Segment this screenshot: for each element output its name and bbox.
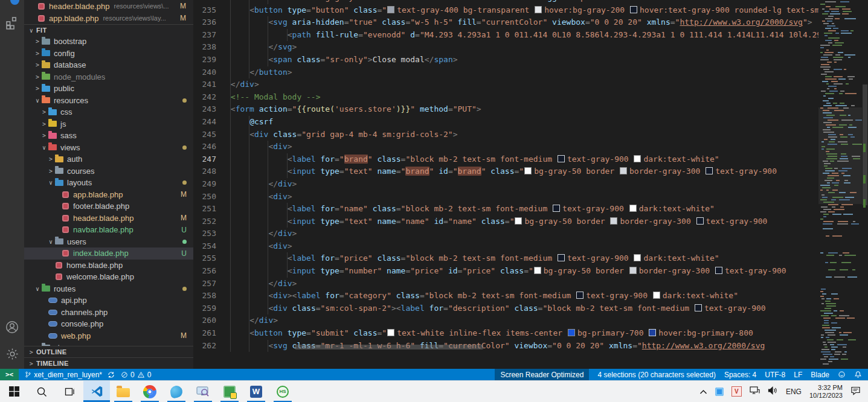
action-center-icon[interactable] <box>850 386 861 398</box>
tree-item-courses[interactable]: >courses <box>24 165 193 177</box>
taskbar-app-chrome[interactable] <box>137 381 163 402</box>
tree-item-bootstrap[interactable]: >bootstrap <box>24 36 193 48</box>
code-line-251[interactable]: 251<label for="name" class="block mb-2 t… <box>193 203 818 215</box>
code-line-247[interactable]: 247<label for="brand" class="block mb-2 … <box>193 153 818 166</box>
git-branch-item[interactable]: xet_diem_ren_luyen* <box>25 369 115 380</box>
tree-item-storage[interactable]: >storage <box>24 342 193 346</box>
eol-status[interactable]: LF <box>794 371 802 379</box>
code-line-253[interactable]: 253</div> <box>193 228 818 240</box>
taskbar-app-devtool[interactable] <box>216 381 243 402</box>
vertical-scrollbar[interactable] <box>862 0 868 369</box>
code-line-257[interactable]: 257</div> <box>193 278 818 290</box>
code-line-243[interactable]: 243<form action="{{route('users.store')}… <box>193 103 818 116</box>
feedback-icon[interactable] <box>838 371 846 378</box>
tree-item-routes[interactable]: ∨routes <box>24 283 193 295</box>
settings-gear-icon[interactable] <box>5 346 19 361</box>
code-line-234[interactable]: 234dark:hover:bg-gray-600 dark:hover:tex… <box>193 0 818 4</box>
code-line-259[interactable]: 259<div class="sm:col-span-2"><label for… <box>193 302 818 315</box>
search-button[interactable] <box>28 381 56 402</box>
tree-item-welcome.blade.php[interactable]: welcome.blade.php <box>24 271 193 283</box>
tray-chevron-icon[interactable] <box>699 386 707 397</box>
code-area[interactable]: 234dark:hover:bg-gray-600 dark:hover:tex… <box>193 0 818 369</box>
code-line-260[interactable]: 260</div> <box>193 314 818 327</box>
code-line-248[interactable]: 248<input type="text" name="brand" id="b… <box>193 165 818 178</box>
taskbar-app-blue-drop[interactable] <box>163 381 190 402</box>
code-line-249[interactable]: 249</div> <box>193 178 818 191</box>
open-editor-header.blade.php[interactable]: header.blade.phpresources\views\...M <box>24 0 193 12</box>
tree-item-css[interactable]: >css <box>24 106 193 118</box>
tree-item-home.blade.php[interactable]: home.blade.php <box>24 260 193 272</box>
tree-item-users[interactable]: ∨users <box>24 236 193 248</box>
tree-item-sass[interactable]: >sass <box>24 130 193 142</box>
line-number: 261 <box>193 327 226 340</box>
code-line-258[interactable]: 258<div><label for="category" class="blo… <box>193 290 818 302</box>
remote-indicator[interactable]: >< <box>0 369 19 380</box>
taskbar-app-lightshot[interactable] <box>190 381 216 402</box>
screen-reader-chip[interactable]: Screen Reader Optimized <box>495 369 589 380</box>
tree-item-footer.blade.php[interactable]: footer.blade.php <box>24 200 193 212</box>
tree-item-index.blade.php[interactable]: index.blade.phpU <box>24 247 193 260</box>
selection-status[interactable]: 4 selections (20 characters selected) <box>597 371 715 379</box>
task-view-button[interactable] <box>56 381 83 402</box>
workspace-section-header[interactable]: ∨ FIT <box>24 24 193 36</box>
code-line-238[interactable]: 238</svg> <box>193 41 818 54</box>
tree-item-public[interactable]: >public <box>24 83 193 95</box>
account-icon[interactable] <box>5 320 19 334</box>
volume-icon[interactable] <box>768 386 778 397</box>
tree-item-channels.php[interactable]: channels.php <box>24 307 193 319</box>
code-line-244[interactable]: 244@csrf <box>193 116 818 129</box>
tree-item-app.blade.php[interactable]: app.blade.phpM <box>24 189 193 201</box>
code-line-241[interactable]: 241</div> <box>193 78 818 91</box>
taskbar-app-vscode[interactable] <box>83 381 110 402</box>
start-button[interactable] <box>0 381 28 402</box>
code-line-255[interactable]: 255<label for="price" class="block mb-2 … <box>193 252 818 265</box>
code-line-250[interactable]: 250<div> <box>193 191 818 203</box>
code-line-254[interactable]: 254<div> <box>193 240 818 253</box>
taskbar-app-explorer[interactable] <box>110 381 137 402</box>
tray-v-app-icon[interactable]: V <box>731 386 742 397</box>
code-line-240[interactable]: 240</button> <box>193 66 818 79</box>
tree-item-console.php[interactable]: console.php <box>24 318 193 330</box>
language-mode[interactable]: Blade <box>811 371 829 379</box>
extensions-icon[interactable] <box>5 16 19 30</box>
code-line-239[interactable]: 239<span class="sr-only">Close modal</sp… <box>193 54 818 66</box>
problems-item[interactable]: 0 0 <box>121 369 151 380</box>
notifications-bell-icon[interactable] <box>854 371 862 378</box>
horizontal-scrollbar[interactable] <box>295 345 483 349</box>
minimap[interactable] <box>818 0 862 369</box>
tree-item-navbar.blade.php[interactable]: navbar.blade.phpU <box>24 224 193 236</box>
open-editor-app.blade.php[interactable]: app.blade.phpresources\views\lay...M <box>24 12 193 24</box>
tree-item-config[interactable]: >config <box>24 48 193 60</box>
tray-blue-app-icon[interactable] <box>715 388 724 396</box>
indentation-status[interactable]: Spaces: 4 <box>724 371 756 379</box>
tree-item-js[interactable]: >js <box>24 118 193 130</box>
code-line-262[interactable]: 262<svg class="mr-1 -ml-1 w-6 h-6" fill=… <box>193 340 818 353</box>
language-indicator[interactable]: ENG <box>786 388 802 396</box>
tree-item-auth[interactable]: >auth <box>24 153 193 165</box>
code-line-256[interactable]: 256<input type="number" name="price" id=… <box>193 265 818 278</box>
tree-item-api.php[interactable]: api.php <box>24 295 193 307</box>
timeline-section-header[interactable]: > TIMELINE <box>24 357 193 369</box>
code-line-236[interactable]: 236<svg aria-hidden="true" class="w-5 h-… <box>193 16 818 29</box>
code-line-252[interactable]: 252<input type="text" name="name" id="na… <box>193 215 818 228</box>
encoding-status[interactable]: UTF-8 <box>765 371 785 379</box>
taskbar-app-heidisql[interactable]: HS <box>269 381 296 402</box>
network-icon[interactable] <box>750 386 760 397</box>
sync-icon[interactable] <box>108 371 115 378</box>
clock[interactable]: 3:32 PM 10/12/2023 <box>809 384 843 400</box>
code-line-237[interactable]: 237<path fill-rule="evenodd" d="M4.293 4… <box>193 29 818 42</box>
tree-item-views[interactable]: ∨views <box>24 142 193 154</box>
code-line-235[interactable]: 235<button type="button" class="text-gra… <box>193 4 818 17</box>
tree-item-database[interactable]: >database <box>24 59 193 71</box>
tree-item-web.php[interactable]: web.phpM <box>24 330 193 342</box>
tree-item-node_modules[interactable]: >node_modules <box>24 71 193 83</box>
code-line-261[interactable]: 261<button type="submit" class="text-whi… <box>193 327 818 340</box>
outline-section-header[interactable]: > OUTLINE <box>24 346 193 357</box>
tree-item-header.blade.php[interactable]: header.blade.phpM <box>24 212 193 225</box>
tree-item-resources[interactable]: ∨resources <box>24 95 193 107</box>
tree-item-layouts[interactable]: ∨layouts <box>24 177 193 189</box>
code-line-242[interactable]: 242<!-- Modal body --> <box>193 91 818 104</box>
code-line-246[interactable]: 246<div> <box>193 141 818 153</box>
code-line-245[interactable]: 245<div class="grid gap-4 mb-4 sm:grid-c… <box>193 129 818 141</box>
taskbar-app-word[interactable]: W <box>243 381 269 402</box>
